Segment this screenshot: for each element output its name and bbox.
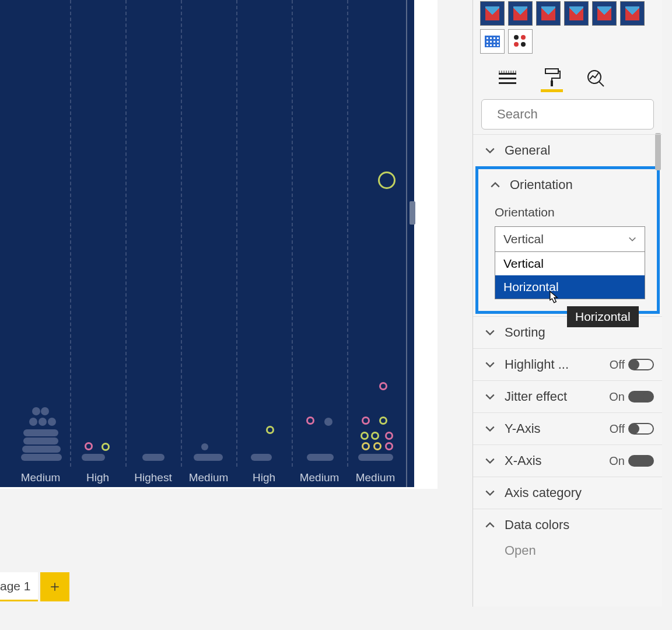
data-point[interactable] (85, 442, 93, 450)
svg-point-1 (521, 35, 526, 40)
data-point[interactable] (371, 432, 379, 440)
pane-tabs (473, 57, 662, 92)
toggle-jitter[interactable]: On (609, 390, 654, 404)
data-point[interactable] (307, 454, 334, 461)
svg-point-2 (514, 42, 519, 47)
section-label: Y-Axis (505, 421, 610, 436)
toggle-highlight[interactable]: Off (610, 358, 654, 372)
data-point[interactable] (358, 454, 393, 461)
section-general[interactable]: General (473, 134, 662, 166)
section-label: X-Axis (505, 453, 609, 468)
section-label: Axis category (505, 485, 654, 501)
data-point[interactable] (201, 443, 208, 450)
axis-category-label: Medium (181, 471, 236, 484)
strip-plot-visual[interactable]: Medium High Highest Medium High Medium M… (0, 0, 414, 487)
page-tab-bar: age 1 (0, 572, 69, 602)
data-point[interactable] (379, 382, 387, 390)
axis-category-label: Medium (292, 471, 347, 484)
data-point[interactable] (379, 416, 387, 425)
svg-rect-8 (545, 69, 558, 74)
data-point[interactable] (22, 446, 61, 453)
data-point[interactable] (48, 418, 56, 426)
data-point[interactable] (360, 432, 369, 440)
section-highlight[interactable]: Highlight ... Off (473, 348, 662, 380)
dropdown-option-vertical[interactable]: Vertical (495, 252, 645, 275)
analytics-tab[interactable] (585, 65, 607, 92)
gridline (181, 0, 182, 467)
custom-visual-icon[interactable] (536, 1, 561, 26)
section-orientation[interactable]: Orientation (478, 169, 657, 201)
page-tab-1[interactable]: age 1 (0, 572, 38, 601)
fields-tab[interactable] (496, 65, 519, 92)
visual-scroll-thumb[interactable] (410, 201, 415, 225)
custom-visual-icon[interactable] (564, 1, 589, 26)
chevron-down-icon (485, 488, 495, 498)
data-point[interactable] (32, 407, 40, 415)
section-x-axis[interactable]: X-Axis On (473, 444, 662, 477)
data-point[interactable] (306, 416, 314, 425)
section-label: Orientation (510, 177, 649, 192)
axis-category-label: High (70, 471, 125, 484)
custom-visual-icon[interactable] (592, 1, 617, 26)
chevron-down-icon (628, 235, 636, 243)
data-point[interactable] (142, 454, 164, 461)
chevron-down-icon (485, 456, 495, 466)
chevron-down-icon (485, 327, 495, 338)
dropdown-option-horizontal[interactable]: Horizontal (495, 275, 645, 299)
format-search[interactable] (481, 99, 654, 130)
svg-rect-9 (551, 80, 553, 86)
custom-visual-icon[interactable] (508, 1, 533, 26)
toggle-x-axis[interactable]: On (609, 454, 654, 468)
data-point[interactable] (385, 432, 393, 440)
data-point[interactable] (41, 407, 49, 415)
custom-visual-icon[interactable] (480, 29, 505, 54)
data-point[interactable] (82, 454, 105, 461)
data-point[interactable] (266, 426, 274, 434)
toggle-state: Off (610, 422, 625, 436)
custom-visual-icon[interactable] (620, 1, 645, 26)
gridline (347, 0, 348, 467)
section-y-axis[interactable]: Y-Axis Off (473, 412, 662, 444)
axis-category-label: Medium (13, 471, 68, 484)
orientation-field-label: Orientation (478, 201, 657, 224)
toggle-state: On (609, 390, 625, 404)
custom-visual-icon[interactable] (508, 29, 533, 54)
data-point[interactable] (23, 429, 58, 436)
data-point[interactable] (385, 442, 393, 450)
data-point[interactable] (373, 442, 382, 450)
orientation-dropdown[interactable]: Vertical Vertical Horizontal (495, 226, 645, 299)
data-point[interactable] (324, 418, 332, 426)
gridline (70, 0, 71, 467)
data-point[interactable] (29, 418, 37, 426)
data-point[interactable] (194, 454, 223, 461)
sub-label-open: Open (473, 541, 662, 566)
dots-icon (513, 34, 528, 49)
section-data-colors[interactable]: Data colors (473, 509, 662, 541)
data-point[interactable] (21, 454, 62, 461)
section-axis-category[interactable]: Axis category (473, 477, 662, 509)
toggle-y-axis[interactable]: Off (610, 422, 654, 436)
visualizations-format-pane: General Orientation Orientation Vertical… (473, 0, 662, 607)
data-point[interactable] (251, 454, 272, 461)
data-point[interactable] (378, 172, 396, 189)
chevron-down-icon (485, 424, 495, 434)
custom-visual-icon[interactable] (480, 1, 505, 26)
data-point[interactable] (102, 443, 110, 451)
dropdown-selected[interactable]: Vertical (495, 226, 645, 252)
chevron-down-icon (485, 145, 495, 156)
svg-line-11 (599, 82, 604, 86)
data-point[interactable] (23, 438, 58, 444)
data-point[interactable] (362, 416, 370, 425)
data-point[interactable] (38, 418, 47, 426)
chevron-up-icon (485, 520, 495, 530)
section-jitter[interactable]: Jitter effect On (473, 380, 662, 412)
section-label: Highlight ... (505, 357, 610, 372)
format-tab[interactable] (541, 65, 563, 92)
format-search-input[interactable] (497, 107, 657, 122)
svg-point-3 (521, 42, 526, 47)
section-orientation-highlighted: Orientation Orientation Vertical Vertica… (475, 166, 660, 314)
sub-label-text: Open (505, 543, 654, 558)
add-page-button[interactable] (40, 572, 69, 601)
dropdown-selected-text: Vertical (503, 232, 544, 246)
data-point[interactable] (362, 442, 370, 450)
